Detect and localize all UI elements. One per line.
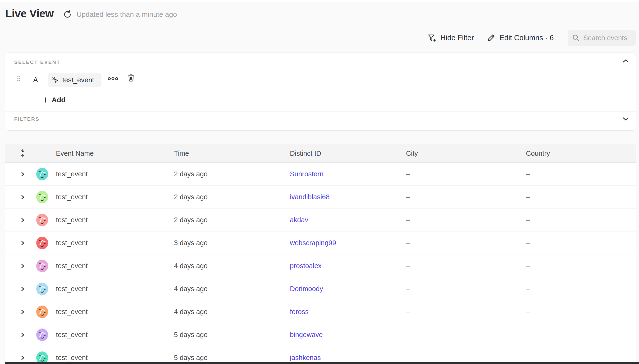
event-name-cell: test_event [56,346,88,364]
avatar [36,328,48,341]
event-name-cell: test_event [56,300,88,323]
time-cell: 4 days ago [174,254,208,278]
avatar [36,191,48,203]
filter-plus-icon [427,33,437,42]
distinct-id-link[interactable]: webscraping99 [290,232,336,254]
search-input[interactable] [583,34,632,42]
city-cell: – [406,232,410,254]
chevron-right-icon [20,240,25,246]
chevron-right-icon [20,355,25,361]
time-cell: 4 days ago [174,300,208,323]
top-strip [0,0,639,2]
avatar [36,168,48,180]
event-name-cell: test_event [56,162,88,186]
trash-icon [127,74,135,82]
updated-status: Updated less than a minute ago [77,10,177,18]
expand-filters-button[interactable] [622,117,629,121]
distinct-id-link[interactable]: bingewave [290,323,323,346]
distinct-id-link[interactable]: Sunrostern [290,162,324,186]
select-event-label: SELECT EVENT [14,60,60,65]
search-box[interactable] [568,30,636,46]
event-name-cell: test_event [56,278,88,300]
expand-row-button[interactable] [20,332,25,338]
city-cell: – [406,300,410,323]
hide-filter-button[interactable]: Hide Filter [427,31,474,45]
drag-handle[interactable] [17,76,21,82]
expand-row-button[interactable] [20,286,25,292]
time-cell: 2 days ago [174,186,208,208]
expand-row-button[interactable] [20,355,25,361]
city-cell: – [406,162,410,186]
bottom-scrollbar[interactable] [5,362,639,364]
country-cell: – [526,186,530,208]
expand-row-button[interactable] [20,171,25,177]
collapse-vertical-icon [20,149,26,158]
table-row: test_event 4 days ago prostoalex – – [5,254,636,278]
distinct-id-link[interactable]: prostoalex [290,254,322,278]
column-header-city[interactable]: City [406,144,418,162]
avatar [36,260,48,272]
table-row: test_event 3 days ago webscraping99 – – [5,232,636,254]
table-row: test_event 2 days ago Sunrostern – – [5,162,636,186]
filters-label: FILTERS [14,116,40,122]
expand-row-button[interactable] [20,217,25,223]
distinct-id-link[interactable]: akdav [290,208,308,232]
more-options-icon [108,77,118,80]
table-row: test_event 2 days ago ivandiblasi68 – – [5,186,636,208]
event-letter: A [33,76,38,84]
chevron-down-icon [622,117,629,121]
event-name-cell: test_event [56,232,88,254]
country-cell: – [526,162,530,186]
chevron-right-icon [20,171,25,177]
expand-row-button[interactable] [20,240,25,246]
chevron-right-icon [20,194,25,200]
collapse-all-rows-button[interactable] [20,149,26,158]
event-name-cell: test_event [56,323,88,346]
column-header-distinct-id[interactable]: Distinct ID [290,144,321,162]
event-name-cell: test_event [56,208,88,232]
pencil-icon [487,33,496,42]
section-divider [5,111,636,112]
distinct-id-link[interactable]: jashkenas [290,346,321,364]
table-row: test_event 2 days ago akdav – – [5,208,636,232]
distinct-id-link[interactable]: ivandiblasi68 [290,186,330,208]
column-header-time[interactable]: Time [174,144,189,162]
cursor-click-icon [52,76,59,84]
table-row: test_event 5 days ago bingewave – – [5,323,636,346]
country-cell: – [526,232,530,254]
time-cell: 2 days ago [174,162,208,186]
refresh-button[interactable] [63,10,72,19]
city-cell: – [406,208,410,232]
events-table: Event Name Time Distinct ID City Country… [5,144,636,364]
edit-columns-button[interactable]: Edit Columns · 6 [487,31,554,45]
table-row: test_event 5 days ago jashkenas – – [5,346,636,364]
event-name-cell: test_event [56,254,88,278]
column-header-country[interactable]: Country [526,144,550,162]
selected-event-button[interactable]: test_event [48,73,101,87]
country-cell: – [526,254,530,278]
search-icon [572,34,580,42]
city-cell: – [406,323,410,346]
country-cell: – [526,346,530,364]
expand-row-button[interactable] [20,309,25,315]
event-more-options-button[interactable] [108,77,118,80]
distinct-id-link[interactable]: feross [290,300,309,323]
collapse-select-event-button[interactable] [622,59,629,63]
add-event-button[interactable]: Add [43,94,65,105]
event-name-cell: test_event [56,186,88,208]
delete-event-button[interactable] [127,74,135,82]
expand-row-button[interactable] [20,194,25,200]
distinct-id-link[interactable]: Dorimoody [290,278,323,300]
edit-columns-label: Edit Columns · 6 [499,34,554,42]
column-header-event-name[interactable]: Event Name [56,144,94,162]
add-button-label: Add [52,96,65,104]
avatar [36,214,48,226]
chevron-right-icon [20,263,25,269]
query-builder-card: SELECT EVENT A test_event [5,52,636,131]
city-cell: – [406,254,410,278]
country-cell: – [526,278,530,300]
time-cell: 3 days ago [174,232,208,254]
expand-row-button[interactable] [20,263,25,269]
country-cell: – [526,323,530,346]
time-cell: 2 days ago [174,208,208,232]
